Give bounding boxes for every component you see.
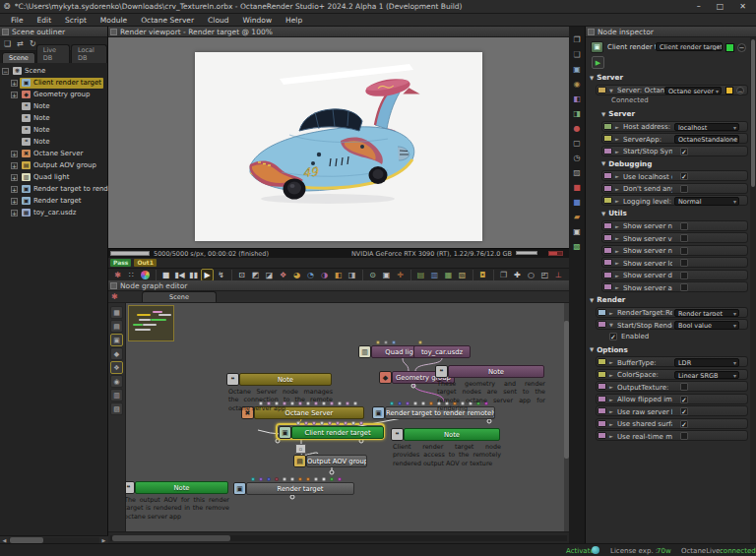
menu-octane-server[interactable]: Octane Server [134, 16, 201, 25]
dropdown-server-octane-server[interactable]: Octane server▾ [664, 87, 722, 95]
note-icon[interactable]: ❝ [435, 365, 448, 378]
node-output-aov-group[interactable]: Output AOV group [306, 455, 367, 467]
refresh-icon[interactable]: ↻ [30, 39, 36, 48]
row-expander-icon[interactable]: ► [615, 136, 619, 142]
row-expander-icon[interactable]: ► [609, 384, 613, 390]
dropdown-host-address[interactable]: localhost▾ [674, 123, 739, 132]
tree-expander-icon[interactable]: + [11, 80, 18, 87]
material-node-icon[interactable]: ● [571, 122, 584, 134]
live-view-icon[interactable]: ▩ [571, 240, 584, 252]
node-pin[interactable] [290, 477, 294, 481]
dropdown-serverapp[interactable]: OctaneStandalone▾ [674, 135, 739, 144]
checkbox-outputtexture[interactable] [680, 383, 688, 391]
geometry-group-icon[interactable]: ◆ [379, 371, 392, 384]
scroll-track[interactable] [9, 537, 99, 543]
paste-nodes-icon[interactable]: ❏ [571, 48, 584, 60]
section-arrow-icon[interactable]: ▼ [601, 111, 605, 117]
environment-node-icon[interactable]: ◨ [571, 107, 584, 119]
node-pin[interactable] [298, 477, 302, 481]
outliner-tab-scene[interactable]: Scene [2, 52, 35, 63]
minimize-button[interactable]: – [697, 2, 701, 11]
node-pin[interactable] [406, 402, 410, 405]
maximize-button[interactable]: □ [717, 2, 724, 11]
scroll-thumb[interactable] [10, 537, 43, 543]
checkbox-don-t-send-any-files[interactable] [680, 185, 688, 193]
checkbox-show-server-log-window[interactable] [680, 259, 688, 267]
texture-node-icon[interactable]: ◧ [571, 93, 584, 104]
tree-item-hit[interactable]: ❝Note [20, 101, 52, 112]
tree-expander-icon[interactable]: + [11, 162, 18, 169]
palette-server-icon[interactable]: ❖ [110, 361, 123, 374]
node-pin[interactable] [296, 421, 300, 425]
checkbox-show-server-view-window[interactable] [680, 234, 688, 242]
tree-expander-icon[interactable]: − [2, 68, 9, 75]
row-expander-icon[interactable]: ► [615, 223, 619, 229]
node-pin[interactable] [413, 402, 417, 405]
node-pin[interactable] [376, 340, 380, 344]
note-icon[interactable]: ❝ [391, 428, 404, 441]
tree-expander-icon[interactable]: + [11, 174, 18, 181]
note-note-client[interactable]: Note [404, 428, 500, 441]
node-pin[interactable] [338, 477, 342, 481]
palette-geometry-icon[interactable]: ◆ [110, 347, 123, 360]
node-pin[interactable] [330, 477, 334, 481]
collapse-node-button[interactable]: − [736, 87, 744, 94]
row-expander-icon[interactable]: ► [615, 198, 619, 204]
tree-expander-icon[interactable]: + [11, 198, 18, 205]
menu-script[interactable]: Script [58, 16, 94, 25]
row-expander-icon[interactable]: ► [615, 186, 619, 192]
tree-item-hit[interactable]: ▣Render target [20, 196, 83, 207]
tree-item-hit[interactable]: ❋Scene [11, 66, 47, 77]
tree-row-quad-light[interactable]: +▥Quad light [2, 171, 107, 183]
quad-light-icon[interactable]: ▥ [358, 345, 371, 358]
row-expander-icon[interactable]: ► [609, 421, 613, 427]
output-aov-group-icon[interactable]: ▤ [293, 455, 306, 467]
dropdown-rendertarget-render-target-to-render-r[interactable]: Render target▾ [674, 309, 739, 318]
tree-row-octane-server[interactable]: +✖Octane Server [2, 148, 107, 159]
close-button[interactable]: ✕ [739, 2, 746, 11]
section-arrow-icon[interactable]: ▼ [601, 211, 605, 216]
node-pin[interactable] [344, 421, 347, 425]
checkbox-show-server-device-settings[interactable] [680, 272, 688, 279]
tree-row-client-render-target[interactable]: +▣Client render target [2, 77, 107, 89]
tree-row-toy-car-usdz[interactable]: +▦toy_car.usdz [2, 207, 107, 218]
node-pin[interactable] [359, 421, 363, 425]
row-expander-icon[interactable]: ► [615, 260, 619, 266]
tree-row-scene[interactable]: −❋Scene [2, 65, 107, 77]
tree-item-hit[interactable]: ▤Output AOV group [20, 160, 98, 171]
outliner-tab-local-db[interactable]: Local DB [71, 44, 107, 63]
tree-item-hit[interactable]: ❝Note [20, 125, 52, 136]
render-viewport[interactable]: 49 [108, 37, 569, 248]
checkbox-start-stop-sync[interactable]: ✓ [680, 148, 688, 155]
scroll-thumb[interactable] [751, 39, 755, 187]
palette-textures-icon[interactable]: ▤ [110, 320, 123, 333]
note-icon[interactable]: ❝ [226, 373, 239, 386]
new-node-icon[interactable]: ❏ [4, 39, 11, 48]
render-node-button[interactable]: ▶ [592, 56, 604, 69]
tree-item-hit[interactable]: ▦toy_car.usdz [20, 208, 78, 218]
scroll-thumb[interactable] [112, 535, 230, 541]
mesh-node-icon[interactable]: ▰ [571, 211, 584, 222]
checkbox-enabled[interactable]: ✓ [609, 333, 617, 340]
node-pin[interactable] [267, 477, 271, 481]
graph-home-icon[interactable]: ✱ [111, 292, 118, 301]
outliner-tab-live-db[interactable]: Live DB [36, 44, 70, 63]
tree-item-hit[interactable]: ◆Geometry group [20, 90, 92, 100]
dropdown-start-stop-render[interactable]: Bool value▾ [674, 321, 739, 330]
row-expander-icon[interactable]: ► [609, 372, 613, 378]
palette-misc-icon[interactable]: ▨ [110, 402, 123, 415]
palette-render-icon[interactable]: ▣ [110, 334, 123, 346]
scroll-left-icon[interactable]: ◀ [0, 537, 9, 543]
tree-row-render-target-to-render-remote[interactable]: +▣Render target to render remote [2, 183, 107, 195]
menu-edit[interactable]: Edit [31, 16, 59, 25]
node-pin[interactable] [418, 340, 422, 344]
row-expander-icon[interactable]: ► [615, 124, 619, 130]
row-expander-icon[interactable]: ► [615, 149, 619, 154]
time-node-icon[interactable]: ◷ [571, 152, 584, 163]
picture-node-icon[interactable]: ▣ [571, 225, 584, 237]
node-pin[interactable] [390, 402, 394, 405]
graph-tab-scene[interactable]: Scene [142, 291, 217, 302]
section-arrow-icon[interactable]: ▼ [590, 297, 594, 303]
row-expander-icon[interactable]: ► [615, 235, 619, 241]
row-expander-icon[interactable]: ► [615, 273, 619, 278]
